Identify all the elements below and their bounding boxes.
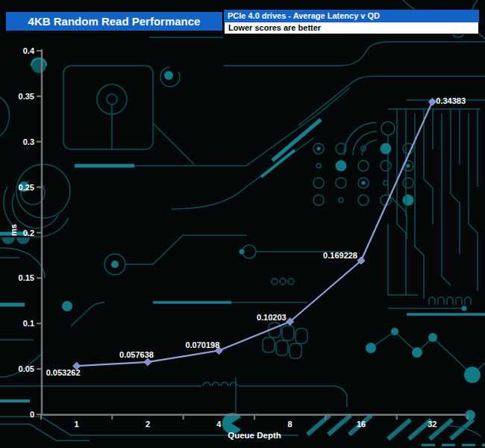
- bga-pad: [381, 143, 392, 155]
- y-tick-label: 0.05: [19, 364, 34, 373]
- bga-pad: [336, 178, 346, 188]
- latency-series: 0.0532620.0576380.0701980.102030.1692280…: [46, 96, 466, 377]
- bga-pad: [336, 161, 347, 172]
- chart-svg: 00.050.10.150.20.250.30.350.4 ms 1248163…: [0, 0, 485, 448]
- x-tick-label: 2: [146, 420, 150, 429]
- y-tick-label: 0.25: [19, 183, 34, 192]
- data-point-label: 0.053262: [46, 368, 81, 377]
- data-point-label: 0.169228: [323, 251, 357, 260]
- y-tick-label: 0: [30, 410, 34, 419]
- y-axis-title: ms: [9, 224, 18, 236]
- y-tick-label: 0.15: [19, 273, 34, 282]
- data-point-label: 0.057638: [119, 350, 154, 359]
- bga-pad: [381, 161, 391, 171]
- bga-pad: [317, 147, 321, 151]
- series-line: [77, 102, 433, 366]
- chart-subtitle-block: PCIe 4.0 drives - Average Latency v QD L…: [224, 10, 479, 34]
- y-tick-label: 0.4: [23, 46, 35, 55]
- data-point-label: 0.070198: [185, 340, 219, 349]
- bga-pad: [407, 164, 410, 168]
- x-tick-label: 4: [216, 420, 222, 429]
- bga-pad: [358, 161, 369, 171]
- x-tick-label: 1: [75, 420, 79, 429]
- chart-page: 00.050.10.150.20.250.30.350.4 ms 1248163…: [0, 0, 485, 448]
- bga-pad: [358, 195, 369, 205]
- y-tick-label: 0.1: [23, 319, 34, 328]
- chart-title-text: 4KB Random Read Performance: [28, 15, 201, 28]
- data-point-label: 0.10203: [257, 313, 287, 322]
- lower-is-better-note: Lower scores are better: [224, 22, 479, 34]
- bga-pad: [403, 178, 413, 188]
- bga-pad: [339, 198, 343, 202]
- bga-pad: [403, 195, 414, 206]
- bga-pad: [313, 195, 324, 205]
- data-point-label: 0.34383: [436, 96, 466, 105]
- x-tick-label: 8: [288, 420, 292, 429]
- circuit-board-art: [0, 0, 485, 445]
- y-tick-label: 0.3: [23, 137, 34, 146]
- bga-pad: [362, 181, 366, 185]
- y-tick-label: 0.35: [19, 92, 34, 101]
- chart-title: 4KB Random Read Performance: [6, 12, 222, 31]
- data-point-marker: [144, 358, 151, 366]
- data-point-marker: [428, 98, 436, 105]
- x-tick-label: 32: [428, 420, 436, 429]
- chart-subtitle: PCIe 4.0 drives - Average Latency v QD: [224, 10, 479, 22]
- y-axis: 00.050.10.150.20.250.30.350.4 ms: [9, 46, 42, 419]
- bga-pad: [316, 164, 321, 168]
- bga-pad-grid: [313, 143, 414, 206]
- bga-pad: [384, 181, 388, 185]
- bga-pad: [313, 178, 324, 188]
- x-axis-title: Queue Depth: [228, 431, 281, 440]
- x-tick-label: 16: [357, 420, 366, 429]
- y-tick-label: 0.2: [23, 228, 34, 237]
